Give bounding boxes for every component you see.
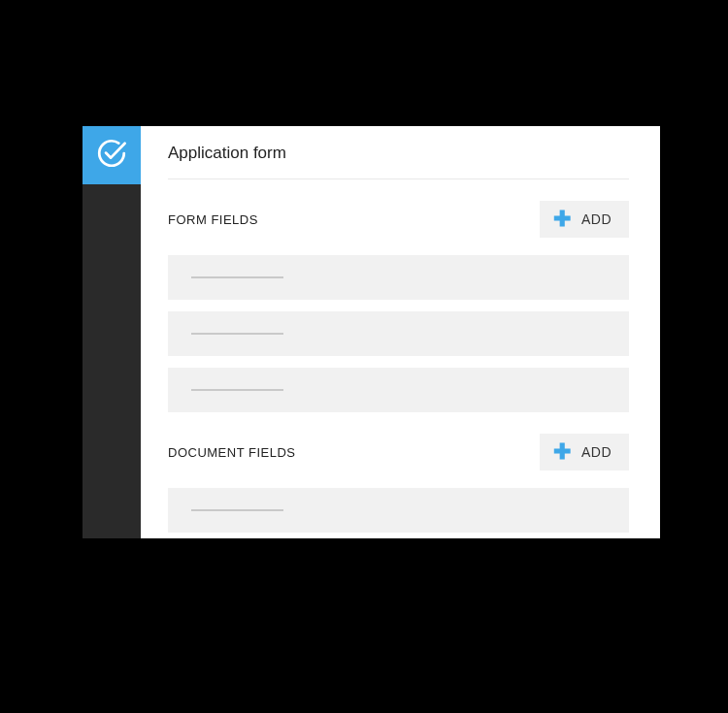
placeholder-line [191,333,283,335]
add-form-field-button[interactable]: ✚ ADD [540,201,629,238]
document-field-row[interactable] [168,488,629,533]
form-field-row[interactable] [168,368,629,412]
section-header-form-fields: FORM FIELDS ✚ ADD [168,201,629,238]
plus-icon: ✚ [553,441,572,463]
add-button-label: ADD [581,444,612,460]
placeholder-line [191,276,283,278]
check-circle-icon [95,137,128,174]
document-fields-section: DOCUMENT FIELDS ✚ ADD [168,434,629,533]
form-fields-label: FORM FIELDS [168,212,258,227]
app-window: Application form FORM FIELDS ✚ ADD DOCU [83,126,660,538]
placeholder-line [191,509,283,511]
section-header-document-fields: DOCUMENT FIELDS ✚ ADD [168,434,629,470]
add-button-label: ADD [581,211,612,227]
form-field-row[interactable] [168,255,629,300]
add-document-field-button[interactable]: ✚ ADD [540,434,629,470]
app-logo[interactable] [83,126,141,184]
plus-icon: ✚ [553,209,572,230]
placeholder-line [191,389,283,391]
form-field-row[interactable] [168,311,629,356]
document-fields-label: DOCUMENT FIELDS [168,445,296,460]
page-title: Application form [168,144,629,179]
sidebar [83,126,141,538]
form-fields-section: FORM FIELDS ✚ ADD [168,201,629,412]
main-content: Application form FORM FIELDS ✚ ADD DOCU [141,126,660,538]
